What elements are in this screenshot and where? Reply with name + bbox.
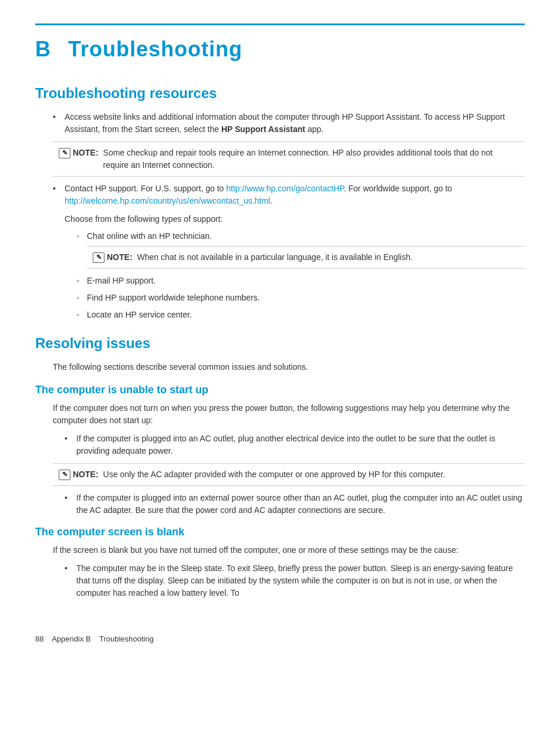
- note-label-chat: NOTE:: [107, 251, 133, 264]
- choose-text: Choose from the following types of suppo…: [65, 213, 525, 225]
- note-icon-img-ac: [59, 470, 70, 480]
- circle-item-chat: Chat online with an HP technician. NOTE:…: [76, 230, 525, 269]
- bold-hp-support: HP Support Assistant: [221, 124, 305, 134]
- choose-text-container: Choose from the following types of suppo…: [35, 213, 525, 321]
- link-worldwide[interactable]: http://welcome.hp.com/country/us/en/wwco…: [65, 196, 270, 205]
- note-icon-1: NOTE:: [59, 147, 99, 159]
- bullet-item-1: Access website links and additional info…: [53, 111, 525, 136]
- unable-start-bullets: If the computer is plugged into an AC ou…: [53, 433, 525, 457]
- note-icon-img-chat: [93, 252, 104, 263]
- chapter-title: B Troubleshooting: [35, 37, 525, 62]
- link-contacthp[interactable]: http://www.hp.com/go/contactHP: [226, 184, 344, 193]
- troubleshooting-resources-bullets: Access website links and additional info…: [35, 111, 525, 136]
- screen-blank-content: If the screen is blank but you have not …: [35, 544, 525, 599]
- unable-start-content: If the computer does not turn on when yo…: [35, 402, 525, 517]
- resolving-intro-text: The following sections describe several …: [53, 361, 525, 373]
- footer-title: Troubleshooting: [99, 634, 154, 643]
- unable-start-bullets-2: If the computer is plugged into an exter…: [53, 492, 525, 517]
- note-text-chat: When chat is not available in a particul…: [137, 251, 413, 264]
- note-label-1: NOTE:: [73, 147, 99, 159]
- screen-blank-intro: If the screen is blank but you have not …: [53, 544, 525, 556]
- contact-hp-bullet-list: Contact HP support. For U.S. support, go…: [35, 183, 525, 207]
- section-heading-troubleshooting-resources: Troubleshooting resources: [35, 85, 525, 102]
- note-box-1: NOTE: Some checkup and repair tools requ…: [53, 141, 525, 177]
- note-text-1: Some checkup and repair tools require an…: [103, 147, 519, 171]
- chapter-letter: B: [35, 37, 51, 61]
- circle-item-phone: Find HP support worldwide telephone numb…: [76, 292, 525, 304]
- note-label-ac: NOTE:: [73, 468, 99, 481]
- note-box-ac: NOTE: Use only the AC adapter provided w…: [53, 463, 525, 486]
- note-box-chat: NOTE: When chat is not available in a pa…: [87, 246, 525, 269]
- top-rule: [35, 23, 525, 25]
- circle-list-support: Chat online with an HP technician. NOTE:…: [65, 230, 525, 321]
- unable-start-bullet-2: If the computer is plugged into an exter…: [65, 492, 525, 517]
- unable-start-intro: If the computer does not turn on when yo…: [53, 402, 525, 427]
- note-text-ac: Use only the AC adapter provided with th…: [103, 468, 446, 481]
- note-icon-chat: NOTE:: [93, 251, 133, 264]
- chapter-title-text: Troubleshooting: [68, 37, 242, 61]
- contact-hp-bullet: Contact HP support. For U.S. support, go…: [53, 183, 525, 207]
- circle-item-email: E-mail HP support.: [76, 275, 525, 287]
- unable-start-bullet-1: If the computer is plugged into an AC ou…: [65, 433, 525, 457]
- circle-item-chat-text: Chat online with an HP technician.: [87, 231, 212, 241]
- circle-item-service: Locate an HP service center.: [76, 309, 525, 321]
- note-icon-img-1: [59, 148, 70, 158]
- screen-blank-bullets: The computer may be in the Sleep state. …: [53, 562, 525, 599]
- note-icon-ac: NOTE:: [59, 468, 99, 481]
- screen-blank-bullet-1: The computer may be in the Sleep state. …: [65, 562, 525, 599]
- subsection-heading-unable-start: The computer is unable to start up: [35, 384, 525, 396]
- subsection-heading-screen-blank: The computer screen is blank: [35, 526, 525, 538]
- resolving-intro: The following sections describe several …: [35, 361, 525, 373]
- footer-page-number: 88: [35, 634, 43, 643]
- page-footer: 88 Appendix B Troubleshooting: [35, 634, 525, 643]
- footer-appendix: Appendix B: [52, 634, 91, 643]
- section-heading-resolving-issues: Resolving issues: [35, 335, 525, 352]
